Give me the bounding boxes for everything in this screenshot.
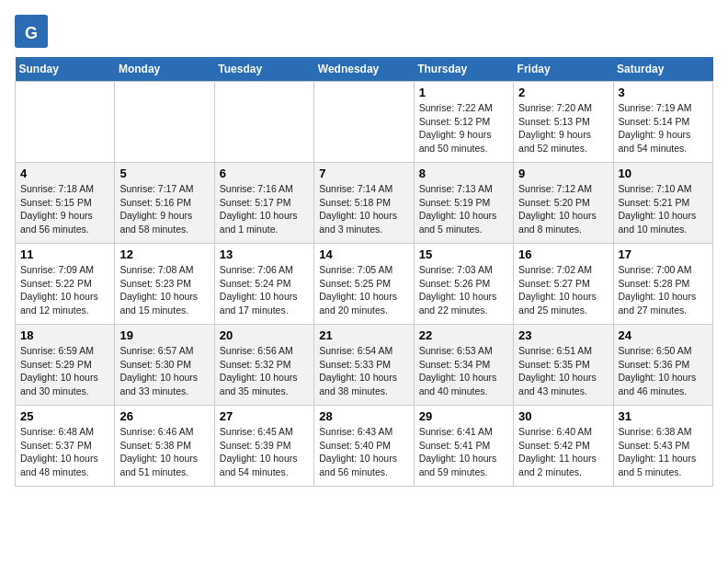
day-content: Sunrise: 7:06 AM Sunset: 5:24 PM Dayligh… — [220, 263, 309, 317]
logo: G — [15, 15, 50, 48]
weekday-header-thursday: Thursday — [414, 57, 513, 82]
weekday-header-row: SundayMondayTuesdayWednesdayThursdayFrid… — [16, 57, 713, 82]
day-content: Sunrise: 7:00 AM Sunset: 5:28 PM Dayligh… — [619, 263, 708, 317]
day-content: Sunrise: 7:14 AM Sunset: 5:18 PM Dayligh… — [319, 182, 408, 236]
day-number: 19 — [119, 328, 209, 342]
day-number: 27 — [220, 409, 309, 423]
day-content: Sunrise: 7:17 AM Sunset: 5:16 PM Dayligh… — [119, 182, 209, 236]
day-content: Sunrise: 7:09 AM Sunset: 5:22 PM Dayligh… — [20, 263, 109, 317]
day-content: Sunrise: 6:40 AM Sunset: 5:42 PM Dayligh… — [518, 425, 608, 479]
calendar-cell: 6Sunrise: 7:16 AM Sunset: 5:17 PM Daylig… — [214, 163, 313, 244]
calendar-cell: 11Sunrise: 7:09 AM Sunset: 5:22 PM Dayli… — [16, 244, 115, 325]
calendar-cell: 3Sunrise: 7:19 AM Sunset: 5:14 PM Daylig… — [613, 82, 712, 163]
day-number: 26 — [119, 409, 209, 423]
day-number: 3 — [619, 86, 708, 99]
calendar-cell: 2Sunrise: 7:20 AM Sunset: 5:13 PM Daylig… — [514, 82, 613, 163]
day-number: 4 — [20, 167, 109, 180]
calendar-cell: 30Sunrise: 6:40 AM Sunset: 5:42 PM Dayli… — [514, 406, 613, 487]
calendar-cell: 1Sunrise: 7:22 AM Sunset: 5:12 PM Daylig… — [414, 82, 513, 163]
calendar-cell: 16Sunrise: 7:02 AM Sunset: 5:27 PM Dayli… — [514, 244, 613, 325]
day-content: Sunrise: 6:59 AM Sunset: 5:29 PM Dayligh… — [20, 344, 109, 398]
day-content: Sunrise: 7:16 AM Sunset: 5:17 PM Dayligh… — [220, 182, 309, 236]
day-content: Sunrise: 7:02 AM Sunset: 5:27 PM Dayligh… — [518, 263, 608, 317]
day-content: Sunrise: 6:41 AM Sunset: 5:41 PM Dayligh… — [419, 425, 508, 479]
page-header: G — [15, 15, 713, 48]
calendar-body: 1Sunrise: 7:22 AM Sunset: 5:12 PM Daylig… — [16, 82, 713, 487]
day-number: 5 — [119, 167, 209, 180]
day-number: 21 — [319, 328, 408, 342]
day-content: Sunrise: 7:19 AM Sunset: 5:14 PM Dayligh… — [619, 101, 708, 155]
day-content: Sunrise: 7:13 AM Sunset: 5:19 PM Dayligh… — [419, 182, 508, 236]
calendar-week-row: 11Sunrise: 7:09 AM Sunset: 5:22 PM Dayli… — [16, 244, 713, 325]
day-content: Sunrise: 7:08 AM Sunset: 5:23 PM Dayligh… — [119, 263, 209, 317]
calendar-cell: 22Sunrise: 6:53 AM Sunset: 5:34 PM Dayli… — [414, 325, 513, 406]
day-number: 13 — [220, 247, 309, 261]
day-number: 23 — [518, 328, 608, 342]
calendar-cell: 13Sunrise: 7:06 AM Sunset: 5:24 PM Dayli… — [214, 244, 313, 325]
calendar-cell: 10Sunrise: 7:10 AM Sunset: 5:21 PM Dayli… — [613, 163, 712, 244]
day-content: Sunrise: 6:45 AM Sunset: 5:39 PM Dayligh… — [220, 425, 309, 479]
calendar-cell — [16, 82, 115, 163]
calendar-cell: 9Sunrise: 7:12 AM Sunset: 5:20 PM Daylig… — [514, 163, 613, 244]
day-number: 10 — [619, 167, 708, 180]
day-number: 31 — [619, 409, 708, 423]
calendar-table: SundayMondayTuesdayWednesdayThursdayFrid… — [15, 57, 713, 487]
calendar-cell: 14Sunrise: 7:05 AM Sunset: 5:25 PM Dayli… — [314, 244, 414, 325]
day-content: Sunrise: 6:48 AM Sunset: 5:37 PM Dayligh… — [20, 425, 109, 479]
svg-text:G: G — [25, 24, 38, 42]
day-number: 17 — [619, 247, 708, 261]
calendar-cell: 25Sunrise: 6:48 AM Sunset: 5:37 PM Dayli… — [16, 406, 115, 487]
day-content: Sunrise: 7:20 AM Sunset: 5:13 PM Dayligh… — [518, 101, 608, 155]
day-content: Sunrise: 7:12 AM Sunset: 5:20 PM Dayligh… — [518, 182, 608, 236]
day-number: 16 — [518, 247, 608, 261]
day-number: 11 — [20, 247, 109, 261]
calendar-cell: 8Sunrise: 7:13 AM Sunset: 5:19 PM Daylig… — [414, 163, 513, 244]
day-content: Sunrise: 6:53 AM Sunset: 5:34 PM Dayligh… — [419, 344, 508, 398]
calendar-cell: 17Sunrise: 7:00 AM Sunset: 5:28 PM Dayli… — [613, 244, 712, 325]
day-content: Sunrise: 6:43 AM Sunset: 5:40 PM Dayligh… — [319, 425, 408, 479]
day-number: 28 — [319, 409, 408, 423]
calendar-cell: 15Sunrise: 7:03 AM Sunset: 5:26 PM Dayli… — [414, 244, 513, 325]
day-number: 24 — [619, 328, 708, 342]
calendar-week-row: 1Sunrise: 7:22 AM Sunset: 5:12 PM Daylig… — [16, 82, 713, 163]
day-content: Sunrise: 6:46 AM Sunset: 5:38 PM Dayligh… — [119, 425, 209, 479]
calendar-cell: 24Sunrise: 6:50 AM Sunset: 5:36 PM Dayli… — [613, 325, 712, 406]
calendar-cell: 12Sunrise: 7:08 AM Sunset: 5:23 PM Dayli… — [115, 244, 214, 325]
day-number: 29 — [419, 409, 508, 423]
day-number: 18 — [20, 328, 109, 342]
calendar-cell — [314, 82, 414, 163]
calendar-cell: 7Sunrise: 7:14 AM Sunset: 5:18 PM Daylig… — [314, 163, 414, 244]
day-content: Sunrise: 7:05 AM Sunset: 5:25 PM Dayligh… — [319, 263, 408, 317]
calendar-week-row: 18Sunrise: 6:59 AM Sunset: 5:29 PM Dayli… — [16, 325, 713, 406]
day-number: 14 — [319, 247, 408, 261]
calendar-cell: 18Sunrise: 6:59 AM Sunset: 5:29 PM Dayli… — [16, 325, 115, 406]
day-number: 15 — [419, 247, 508, 261]
calendar-cell — [214, 82, 313, 163]
day-number: 8 — [419, 167, 508, 180]
day-content: Sunrise: 7:03 AM Sunset: 5:26 PM Dayligh… — [419, 263, 508, 317]
calendar-cell: 5Sunrise: 7:17 AM Sunset: 5:16 PM Daylig… — [115, 163, 214, 244]
calendar-cell: 27Sunrise: 6:45 AM Sunset: 5:39 PM Dayli… — [214, 406, 313, 487]
calendar-cell: 4Sunrise: 7:18 AM Sunset: 5:15 PM Daylig… — [16, 163, 115, 244]
calendar-cell: 20Sunrise: 6:56 AM Sunset: 5:32 PM Dayli… — [214, 325, 313, 406]
day-content: Sunrise: 7:18 AM Sunset: 5:15 PM Dayligh… — [20, 182, 109, 236]
weekday-header-tuesday: Tuesday — [214, 57, 313, 82]
day-number: 25 — [20, 409, 109, 423]
day-content: Sunrise: 7:10 AM Sunset: 5:21 PM Dayligh… — [619, 182, 708, 236]
calendar-cell: 29Sunrise: 6:41 AM Sunset: 5:41 PM Dayli… — [414, 406, 513, 487]
weekday-header-saturday: Saturday — [613, 57, 712, 82]
calendar-cell: 23Sunrise: 6:51 AM Sunset: 5:35 PM Dayli… — [514, 325, 613, 406]
day-number: 6 — [220, 167, 309, 180]
weekday-header-sunday: Sunday — [16, 57, 115, 82]
weekday-header-wednesday: Wednesday — [314, 57, 414, 82]
calendar-cell — [115, 82, 214, 163]
day-number: 1 — [419, 86, 508, 99]
day-number: 2 — [518, 86, 608, 99]
calendar-cell: 19Sunrise: 6:57 AM Sunset: 5:30 PM Dayli… — [115, 325, 214, 406]
day-content: Sunrise: 6:57 AM Sunset: 5:30 PM Dayligh… — [119, 344, 209, 398]
calendar-header: SundayMondayTuesdayWednesdayThursdayFrid… — [16, 57, 713, 82]
day-number: 7 — [319, 167, 408, 180]
day-number: 30 — [518, 409, 608, 423]
day-number: 9 — [518, 167, 608, 180]
day-content: Sunrise: 6:50 AM Sunset: 5:36 PM Dayligh… — [619, 344, 708, 398]
